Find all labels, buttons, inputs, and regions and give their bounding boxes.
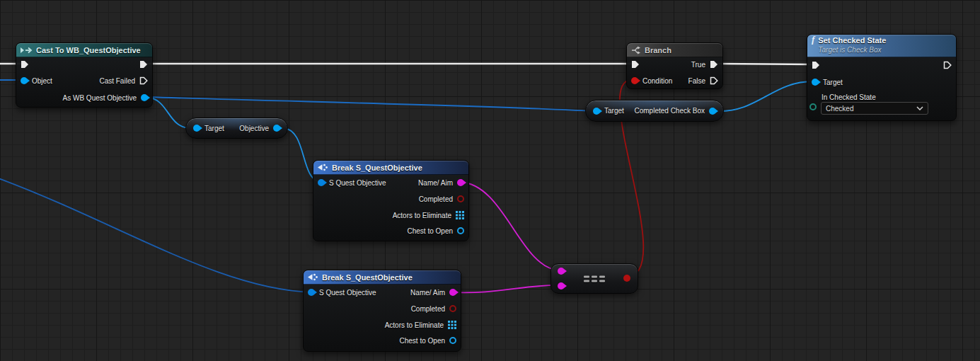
pin-label: As WB Quest Objective (63, 94, 137, 102)
equals-input-b-pin[interactable] (558, 282, 565, 290)
pin-label: Object (32, 77, 52, 85)
node-header[interactable]: f Set Checked State Target is Check Box (807, 35, 956, 57)
pin-label: S Quest Objective (319, 289, 376, 297)
wire-aswb-to-completedcheckbox-target[interactable] (146, 97, 593, 111)
chest-to-open-pin[interactable] (457, 227, 464, 234)
node-set-checked-state[interactable]: f Set Checked State Target is Check Box … (807, 34, 957, 121)
pin-label: Chest to Open (408, 227, 453, 235)
as-wb-quest-objective-pin[interactable] (141, 94, 148, 101)
pin-label: Actors to Eliminate (385, 321, 444, 329)
pin-label: Condition (642, 77, 672, 85)
node-title: Cast To WB_QuestObjective (36, 46, 141, 55)
completed-pin[interactable] (457, 195, 464, 202)
pin-label: True (691, 61, 705, 69)
pin-label: Chest to Open (400, 337, 445, 345)
node-title: Break S_QuestObjective (332, 164, 422, 172)
pin-label: Target (823, 79, 843, 86)
pin-label: Actors to Eliminate (393, 212, 451, 219)
node-branch[interactable]: Branch True Condition False (626, 42, 723, 89)
pin-label: S Quest Objective (329, 179, 386, 187)
node-break-s-questobjective-2[interactable]: Break S_QuestObjective S Quest Objective… (303, 270, 461, 352)
pin-label: Name/ Aim (418, 179, 453, 187)
branch-icon (631, 46, 641, 55)
node-header[interactable]: Cast To WB_QuestObjective (16, 43, 152, 57)
equals-result-pin[interactable] (623, 275, 630, 282)
exec-in-pin[interactable] (812, 61, 820, 69)
blueprint-graph-canvas[interactable]: Cast To WB_QuestObjective Object Cast Fa… (0, 0, 980, 361)
pin-label: False (688, 77, 705, 85)
in-checked-state-pin[interactable] (809, 103, 817, 110)
node-subtitle: Target is Check Box (818, 45, 886, 55)
actors-to-eliminate-array-pin[interactable] (456, 211, 464, 219)
name-aim-pin[interactable] (457, 179, 464, 186)
break-struct-icon (308, 273, 318, 281)
s-quest-objective-pin[interactable] (318, 179, 325, 186)
target-pin[interactable] (593, 108, 600, 115)
completed-check-box-pin[interactable] (709, 108, 716, 115)
wire-offscreen-to-break2-input[interactable] (0, 178, 313, 292)
false-exec-pin[interactable] (710, 76, 718, 85)
chest-to-open-pin[interactable] (449, 337, 456, 344)
node-get-objective[interactable]: Target Objective (185, 118, 288, 139)
dropdown-value: Checked (826, 105, 853, 113)
node-header[interactable]: Branch (627, 43, 722, 57)
wire-exec-true-to-setcheckedstate[interactable] (714, 64, 814, 64)
function-icon: f (812, 36, 814, 43)
actors-to-eliminate-array-pin[interactable] (448, 321, 456, 329)
node-title: Break S_QuestObjective (322, 273, 413, 282)
name-aim-pin[interactable] (449, 289, 456, 296)
object-pin[interactable] (21, 77, 28, 84)
pin-label: Cast Failed (99, 77, 135, 85)
target-pin[interactable] (193, 125, 200, 132)
pin-label: Completed Check Box (635, 107, 705, 115)
in-checked-state-dropdown[interactable]: Checked (821, 102, 928, 115)
node-title: Branch (645, 46, 671, 55)
pin-label: Objective (239, 125, 269, 132)
exec-in-pin[interactable] (21, 60, 29, 69)
s-quest-objective-pin[interactable] (308, 289, 315, 296)
target-pin[interactable] (812, 79, 819, 86)
pin-label: Name/ Aim (410, 289, 445, 297)
cast-failed-exec-pin[interactable] (139, 76, 148, 85)
true-exec-pin[interactable] (710, 60, 718, 69)
node-cast-to-wb-questobjective[interactable]: Cast To WB_QuestObjective Object Cast Fa… (16, 42, 153, 108)
node-break-s-questobjective-1[interactable]: Break S_QuestObjective S Quest Objective… (313, 160, 469, 241)
wire-completedcheckbox-to-setcheckedstate-target[interactable] (717, 81, 814, 111)
chevron-down-icon (916, 106, 923, 110)
pin-label: Completed (411, 305, 445, 313)
exec-out-pin[interactable] (139, 60, 148, 69)
completed-pin[interactable] (449, 305, 456, 312)
node-title: Set Checked State (818, 36, 886, 45)
wire-break2-nameaim-to-equals[interactable] (453, 285, 560, 292)
pin-label: Completed (419, 195, 453, 203)
wire-aswb-to-getobjective-target[interactable] (146, 97, 191, 128)
pin-label: Target (204, 125, 224, 132)
break-struct-icon (318, 164, 328, 171)
node-header[interactable]: Break S_QuestObjective (313, 161, 468, 175)
objective-pin[interactable] (273, 125, 280, 132)
node-completed-check-box[interactable]: Target Completed Check Box (585, 100, 724, 122)
cast-icon (21, 47, 33, 54)
exec-out-pin[interactable] (943, 61, 952, 69)
in-checked-state-label: In Checked State (822, 93, 876, 101)
node-equals[interactable] (550, 263, 638, 294)
condition-pin[interactable] (631, 77, 638, 84)
pin-label: Target (604, 107, 624, 115)
equals-operator-glyph (584, 275, 605, 282)
wire-break1-nameaim-to-equals[interactable] (460, 182, 560, 270)
exec-in-pin[interactable] (631, 60, 640, 69)
equals-input-a-pin[interactable] (558, 268, 565, 275)
node-header[interactable]: Break S_QuestObjective (304, 270, 461, 285)
